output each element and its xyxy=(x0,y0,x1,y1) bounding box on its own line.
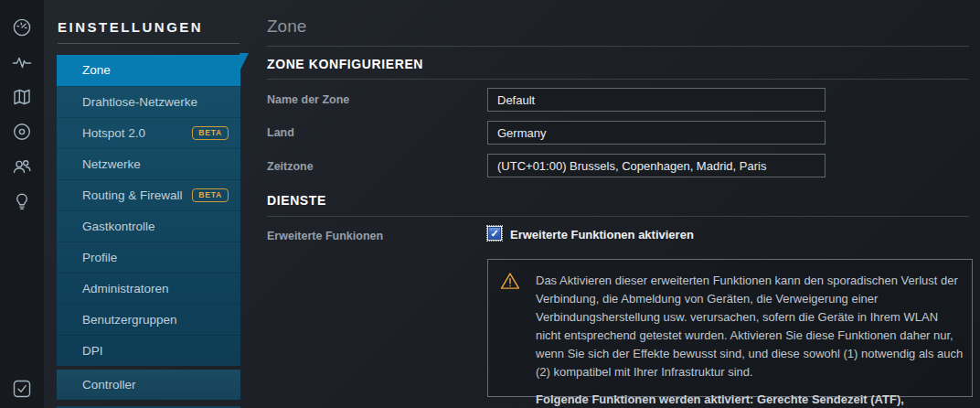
settings-menu-secondary: Controller xyxy=(57,370,240,400)
menu-item-label: Zone xyxy=(82,63,111,77)
menu-item-label: Benutzergruppen xyxy=(82,313,177,327)
unifi-settings-window: EINSTELLUNGEN Zone Drahtlose-Netzwerke B… xyxy=(0,0,980,408)
map-icon[interactable] xyxy=(12,87,32,107)
menu-item-label: Administratoren xyxy=(82,282,169,295)
menu-item-gastkontrolle[interactable]: Gastkontrolle xyxy=(57,210,240,242)
zone-name-input[interactable] xyxy=(487,88,826,112)
advanced-features-checkbox[interactable]: ✓ xyxy=(487,226,502,241)
warning-paragraph-1: Das Aktivieren dieser erweiterten Funkti… xyxy=(536,272,965,381)
warning-paragraph-2: Folgende Funktionen werden aktiviert: Ge… xyxy=(536,391,965,408)
menu-item-label: Netzwerke xyxy=(82,157,141,171)
menu-item-drahtlose-netzwerke[interactable]: Drahtlose-Netzwerke xyxy=(57,86,240,117)
menu-item-netzwerke[interactable]: Netzwerke xyxy=(57,148,240,179)
menu-item-routing-firewall[interactable]: BETARouting & Firewall xyxy=(57,179,240,210)
menu-item-benutzergruppen[interactable]: Benutzergruppen xyxy=(57,304,240,335)
checklist-icon[interactable] xyxy=(12,379,32,399)
menu-item-label: Controller xyxy=(82,378,136,392)
advanced-features-checkbox-label[interactable]: Erweiterte Funktionen aktivieren xyxy=(510,228,694,242)
divider xyxy=(267,79,969,80)
label-land: Land xyxy=(267,126,477,139)
warning-triangle-icon xyxy=(500,272,520,290)
beta-badge: BETA xyxy=(192,188,229,202)
menu-item-label: Hotspot 2.0 xyxy=(82,126,145,140)
menu-item-controller[interactable]: Controller xyxy=(57,370,240,400)
menu-item-label: Gastkontrolle xyxy=(82,220,155,233)
menu-item-label: DPI xyxy=(82,344,103,358)
label-zeitzone: Zeitzone xyxy=(267,160,477,173)
divider xyxy=(267,216,969,217)
timezone-input[interactable] xyxy=(487,154,826,177)
settings-panel-title: EINSTELLUNGEN xyxy=(58,19,240,35)
dashboard-icon[interactable] xyxy=(12,17,32,38)
label-name-der-zone: Name der Zone xyxy=(267,93,477,106)
menu-item-dpi[interactable]: DPI xyxy=(57,335,240,366)
section-heading-zone-konfigurieren: ZONE KONFIGURIEREN xyxy=(267,57,423,71)
menu-item-label: Drahtlose-Netzwerke xyxy=(82,95,197,109)
page-title: Zone xyxy=(267,16,306,37)
settings-title-divider xyxy=(58,43,240,44)
insights-icon[interactable] xyxy=(12,191,32,211)
menu-item-zone[interactable]: Zone xyxy=(57,55,240,86)
section-heading-dienste: DIENSTE xyxy=(267,193,326,208)
clients-icon[interactable] xyxy=(12,156,32,177)
menu-item-administratoren[interactable]: Administratoren xyxy=(57,273,240,304)
devices-icon[interactable] xyxy=(12,122,32,142)
sidebar-icon-rail xyxy=(0,0,44,408)
settings-menu: Zone Drahtlose-Netzwerke BETAHotspot 2.0… xyxy=(57,55,240,366)
menu-item-label: Routing & Firewall xyxy=(82,188,183,202)
menu-item-profile[interactable]: Profile xyxy=(57,242,240,273)
label-erweiterte-funkionen: Erweiterte Funkionen xyxy=(267,230,477,242)
country-input[interactable] xyxy=(487,121,826,145)
checkbox-checkmark-icon: ✓ xyxy=(488,227,501,240)
warning-box: Das Aktivieren dieser erweiterten Funkti… xyxy=(487,259,973,397)
statistics-icon[interactable] xyxy=(12,52,32,72)
divider xyxy=(267,46,969,47)
menu-item-label: Profile xyxy=(82,251,117,264)
menu-item-hotspot-20[interactable]: BETAHotspot 2.0 xyxy=(57,117,240,148)
beta-badge: BETA xyxy=(192,126,229,140)
